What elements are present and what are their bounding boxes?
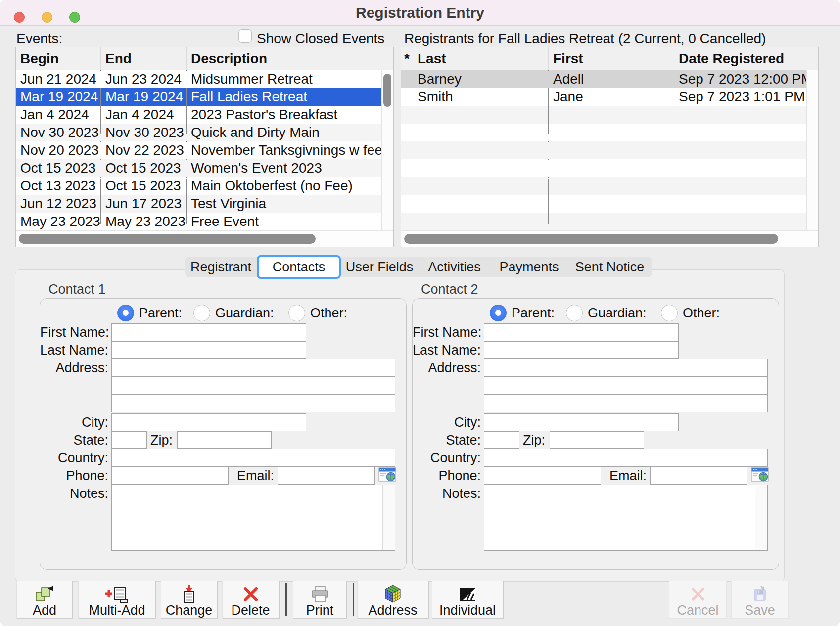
state-field-contact-1[interactable] <box>111 431 147 449</box>
individual-button[interactable]: Individual <box>432 581 504 619</box>
events-vertical-scrollbar[interactable] <box>381 70 393 230</box>
parent-radio-contact-2[interactable] <box>490 305 507 321</box>
table-cell <box>548 213 674 230</box>
table-cell: Jun 12 2023 <box>16 195 100 213</box>
table-row[interactable]: Jan 4 2024Jan 4 20242023 Pastor's Breakf… <box>16 106 393 124</box>
parent-radio-contact-1[interactable] <box>117 305 134 321</box>
email-window-globe-icon[interactable] <box>378 466 396 484</box>
last-name-field-contact-1[interactable] <box>111 341 306 359</box>
notes-scrollbar[interactable] <box>755 485 767 550</box>
table-row[interactable]: Oct 15 2023Oct 15 2023Women's Event 2023 <box>16 159 393 177</box>
table-cell <box>548 141 674 159</box>
tab-contacts[interactable]: Contacts <box>257 255 341 279</box>
delete-icon <box>223 581 279 603</box>
other-radio-contact-1[interactable] <box>288 305 305 321</box>
other-radio-contact-2[interactable] <box>661 305 678 321</box>
email-window-globe-icon[interactable] <box>751 466 769 484</box>
address-line-2-field-contact-1[interactable] <box>111 377 395 395</box>
table-cell: Jun 21 2024 <box>16 70 100 88</box>
table-cell: Main Oktoberfest (no Fee) <box>186 177 381 195</box>
table-row[interactable]: Nov 30 2023Nov 30 2023Quick and Dirty Ma… <box>16 124 393 141</box>
notes-scrollbar[interactable] <box>382 485 395 550</box>
notes-field-contact-1[interactable] <box>111 485 395 551</box>
zip-field-contact-1[interactable] <box>177 431 272 449</box>
phone-field-contact-2[interactable] <box>484 467 601 485</box>
table-cell: Free Event <box>186 213 381 230</box>
address-line-3-field-contact-2[interactable] <box>484 395 768 412</box>
save-button[interactable]: Save <box>731 581 789 619</box>
scrollbar-thumb[interactable] <box>404 234 778 244</box>
table-row[interactable]: SmithJaneSep 7 2023 1:01 PM <box>401 88 818 106</box>
change-button[interactable]: Change <box>161 581 218 619</box>
tab-activities[interactable]: Activities <box>418 257 491 277</box>
address-line-1-field-contact-2[interactable] <box>484 359 768 377</box>
table-cell <box>674 177 806 195</box>
country-field-contact-1[interactable] <box>111 449 395 467</box>
country-field-contact-2[interactable] <box>484 449 768 467</box>
address-button[interactable]: Address <box>357 581 429 619</box>
contact-1-label: Contact 1 <box>48 282 106 297</box>
table-cell <box>674 195 806 213</box>
delete-button-label: Delete <box>223 603 279 618</box>
table-cell: Midsummer Retreat <box>186 70 381 88</box>
tab-payments[interactable]: Payments <box>491 257 567 277</box>
state-label: State: <box>413 431 481 449</box>
scrollbar-thumb[interactable] <box>383 74 391 107</box>
phone-field-contact-1[interactable] <box>111 467 229 485</box>
show-closed-events-label: Show Closed Events <box>257 31 384 46</box>
table-cell: Nov 20 2023 <box>16 141 100 159</box>
save-icon <box>732 581 788 603</box>
table-row[interactable]: Jun 21 2024Jun 23 2024Midsummer Retreat <box>16 70 393 88</box>
first-name-field-contact-2[interactable] <box>484 323 679 341</box>
table-row[interactable]: Jun 12 2023Jun 17 2023Test Virginia <box>16 195 393 213</box>
multi-add-button[interactable]: Multi-Add <box>78 581 156 619</box>
city-label: City: <box>413 413 481 431</box>
cancel-button[interactable]: Cancel <box>669 581 727 619</box>
table-cell <box>674 213 806 230</box>
last-name-label: Last Name: <box>413 341 481 359</box>
address-line-3-field-contact-1[interactable] <box>111 395 395 412</box>
state-field-contact-2[interactable] <box>484 431 519 449</box>
table-cell <box>401 88 413 106</box>
email-field-contact-2[interactable] <box>650 467 747 485</box>
table-cell <box>548 195 674 213</box>
table-cell <box>401 106 413 124</box>
zip-field-contact-2[interactable] <box>550 431 644 449</box>
guardian-radio-label: Guardian: <box>215 305 274 321</box>
table-cell <box>548 106 674 124</box>
email-label: Email: <box>601 467 647 485</box>
table-row[interactable]: Oct 13 2023Oct 15 2023Main Oktoberfest (… <box>16 177 393 195</box>
delete-button[interactable]: Delete <box>222 581 280 619</box>
table-row[interactable]: Mar 19 2024Mar 19 2024Fall Ladies Retrea… <box>16 88 393 106</box>
print-button[interactable]: Print <box>293 581 347 619</box>
events-horizontal-scrollbar[interactable] <box>16 230 393 247</box>
table-row[interactable]: Nov 20 2023Nov 22 2023November Tanksgivn… <box>16 141 393 159</box>
table-row[interactable]: BarneyAdellSep 7 2023 12:00 PM <box>401 70 818 88</box>
table-row[interactable]: May 23 2023May 23 2023Free Event <box>16 213 393 230</box>
address-line-2-field-contact-2[interactable] <box>484 377 768 395</box>
address-line-1-field-contact-1[interactable] <box>111 359 395 377</box>
tab-sent-notice[interactable]: Sent Notice <box>567 257 652 277</box>
city-field-contact-2[interactable] <box>484 413 679 431</box>
guardian-radio-contact-1[interactable] <box>193 305 210 321</box>
show-closed-events-checkbox[interactable] <box>238 29 252 43</box>
add-button[interactable]: Add <box>16 581 73 619</box>
zip-label: Zip: <box>520 431 548 449</box>
registrants-horizontal-scrollbar[interactable] <box>401 230 818 247</box>
last-name-field-contact-2[interactable] <box>484 341 679 359</box>
scrollbar-thumb[interactable] <box>19 234 316 244</box>
contact-1-box: Parent:Guardian:Other:First Name:Last Na… <box>40 298 407 570</box>
registrants-column-header: First <box>548 47 674 70</box>
notes-field-contact-2[interactable] <box>484 485 768 551</box>
table-cell: Jane <box>548 88 674 106</box>
city-field-contact-1[interactable] <box>111 413 306 431</box>
table-cell <box>674 141 806 159</box>
toolbar-separator <box>353 583 354 616</box>
country-label: Country: <box>413 449 481 467</box>
tab-registrant[interactable]: Registrant <box>185 257 257 277</box>
email-field-contact-1[interactable] <box>278 467 375 485</box>
guardian-radio-contact-2[interactable] <box>566 305 583 321</box>
tab-user-fields[interactable]: User Fields <box>341 257 418 277</box>
first-name-field-contact-1[interactable] <box>111 323 306 341</box>
registrants-vertical-scrollbar[interactable] <box>806 70 818 230</box>
